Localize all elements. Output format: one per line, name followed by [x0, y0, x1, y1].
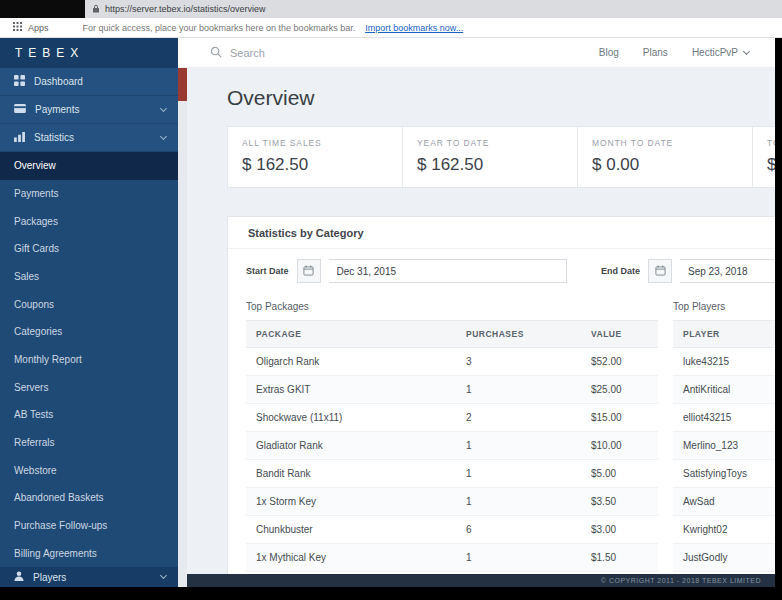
stat-month-to-date: MONTH TO DATE $ 0.00 — [578, 127, 753, 187]
topbar: Blog Plans HecticPvP — [178, 38, 775, 68]
table-row: AntiKritical — [673, 376, 775, 404]
top-players-table: PLAYER luke43215 AntiKritical elliot4321… — [673, 320, 775, 572]
blog-link[interactable]: Blog — [599, 47, 619, 58]
sidebar-item-referrals[interactable]: Referrals — [0, 429, 178, 457]
column-header: VALUE — [581, 321, 658, 348]
table-row: Gladiator Rank1$10.00 — [246, 432, 658, 460]
scrollbar-thumb[interactable] — [178, 68, 187, 101]
table-row: SatisfyingToys — [673, 460, 775, 488]
table-row: luke43215 — [673, 348, 775, 376]
sidebar-item-payments-group[interactable]: Payments — [0, 96, 178, 124]
table-row: elliot43215 — [673, 404, 775, 432]
sidebar-item-ab-tests[interactable]: AB Tests — [0, 401, 178, 429]
copyright-footer: © COPYRIGHT 2011 - 2018 TEBEX LIMITED — [187, 574, 775, 587]
search-icon — [210, 44, 222, 62]
chevron-down-icon — [160, 132, 167, 139]
stat-year-to-date: YEAR TO DATE $ 162.50 — [403, 127, 578, 187]
sidebar-item-coupons[interactable]: Coupons — [0, 290, 178, 318]
sidebar-item-servers[interactable]: Servers — [0, 373, 178, 401]
column-header: PLAYER — [673, 321, 775, 348]
top-players-section: Top Players PLAYER luke43215 AntiKritica… — [673, 301, 775, 572]
sidebar-item-label: Payments — [35, 104, 79, 115]
sidebar-item-sales[interactable]: Sales — [0, 263, 178, 291]
payments-icon — [14, 104, 26, 115]
chevron-down-icon — [160, 572, 167, 579]
bookmarks-bar: Apps For quick access, place your bookma… — [0, 18, 782, 38]
plans-link[interactable]: Plans — [643, 47, 668, 58]
app-window: TEBEX Dashboard Payments Statistics — [0, 38, 775, 587]
tables-row: Top Packages PACKAGE PURCHASES VALUE O — [228, 295, 775, 586]
table-row: JustGodly — [673, 544, 775, 572]
start-date-group: Start Date — [246, 259, 567, 283]
url-text[interactable]: https://server.tebex.io/statistics/overv… — [105, 4, 266, 14]
stat-all-time-sales: ALL TIME SALES $ 162.50 — [228, 127, 403, 187]
stat-value: $ 162.50 — [417, 155, 563, 175]
apps-label[interactable]: Apps — [28, 23, 49, 33]
table-row: Chunkbuster6$3.00 — [246, 516, 658, 544]
sidebar-item-overview[interactable]: Overview — [0, 152, 178, 180]
account-menu[interactable]: HecticPvP — [692, 47, 749, 58]
sidebar-item-label: Statistics — [34, 132, 74, 143]
search-input[interactable] — [230, 47, 430, 59]
sidebar-item-purchase-follow-ups[interactable]: Purchase Follow-ups — [0, 512, 178, 540]
window-notch — [0, 0, 85, 18]
browser-address-bar[interactable]: https://server.tebex.io/statistics/overv… — [0, 0, 782, 18]
sidebar-item-billing-agreements[interactable]: Billing Agreements — [0, 539, 178, 567]
start-date-calendar-button[interactable] — [297, 259, 321, 283]
table-row: Merlino_123 — [673, 432, 775, 460]
end-date-calendar-button[interactable] — [648, 259, 672, 283]
chevron-down-icon — [743, 47, 750, 54]
table-row: 1x Mythical Key1$1.50 — [246, 544, 658, 572]
sidebar-item-payments[interactable]: Payments — [0, 180, 178, 208]
stat-value: $ 0.00 — [592, 155, 738, 175]
sidebar-item-statistics-group[interactable]: Statistics — [0, 124, 178, 152]
stat-label: TODAY — [767, 138, 775, 148]
table-row: Bandit Rank1$5.00 — [246, 460, 658, 488]
sidebar-item-gift-cards[interactable]: Gift Cards — [0, 235, 178, 263]
table-row: Kwright02 — [673, 516, 775, 544]
chevron-down-icon — [160, 104, 167, 111]
end-date-label: End Date — [601, 266, 640, 276]
column-header: PACKAGE — [246, 321, 456, 348]
sidebar-item-players[interactable]: Players — [0, 567, 178, 587]
table-row: Oligarch Rank3$52.00 — [246, 348, 658, 376]
tebex-logo[interactable]: TEBEX — [0, 38, 178, 68]
sidebar-item-dashboard[interactable]: Dashboard — [0, 68, 178, 96]
statistics-by-category-panel: Statistics by Category Start Date End Da… — [227, 216, 775, 587]
end-date-group: End Date — [601, 259, 775, 283]
apps-grid-icon[interactable] — [13, 22, 22, 33]
scrollbar-track[interactable] — [178, 68, 187, 587]
lock-icon — [92, 4, 100, 15]
table-header-row: PLAYER — [673, 321, 775, 348]
players-icon — [14, 571, 24, 583]
stats-summary: ALL TIME SALES $ 162.50 YEAR TO DATE $ 1… — [227, 126, 775, 188]
sidebar-item-webstore[interactable]: Webstore — [0, 456, 178, 484]
end-date-input[interactable] — [680, 259, 775, 283]
start-date-label: Start Date — [246, 266, 289, 276]
sidebar-item-label: Dashboard — [34, 76, 83, 87]
sidebar-item-packages[interactable]: Packages — [0, 207, 178, 235]
top-packages-table: PACKAGE PURCHASES VALUE Oligarch Rank3$5… — [246, 320, 658, 572]
stat-value: $ 0.00 — [767, 155, 775, 175]
bookmarks-hint: For quick access, place your bookmarks h… — [83, 23, 356, 33]
table-row: Shockwave (11x11)2$15.00 — [246, 404, 658, 432]
sidebar-item-categories[interactable]: Categories — [0, 318, 178, 346]
stat-value: $ 162.50 — [242, 155, 388, 175]
import-bookmarks-link[interactable]: Import bookmarks now... — [365, 23, 463, 33]
dashboard-icon — [14, 75, 25, 88]
table-row: 1x Storm Key1$3.50 — [246, 488, 658, 516]
stat-label: YEAR TO DATE — [417, 138, 563, 148]
top-packages-title: Top Packages — [246, 301, 658, 312]
start-date-input[interactable] — [329, 259, 567, 283]
sidebar-item-abandoned-baskets[interactable]: Abandoned Baskets — [0, 484, 178, 512]
table-header-row: PACKAGE PURCHASES VALUE — [246, 321, 658, 348]
sidebar-item-monthly-report[interactable]: Monthly Report — [0, 346, 178, 374]
page-title: Overview — [227, 86, 775, 110]
top-players-title: Top Players — [673, 301, 775, 312]
table-row: Extras GKIT1$25.00 — [246, 376, 658, 404]
panel-title: Statistics by Category — [228, 217, 775, 249]
calendar-icon — [655, 262, 666, 280]
stat-label: ALL TIME SALES — [242, 138, 388, 148]
table-row: AwSad — [673, 488, 775, 516]
statistics-icon — [14, 132, 25, 144]
